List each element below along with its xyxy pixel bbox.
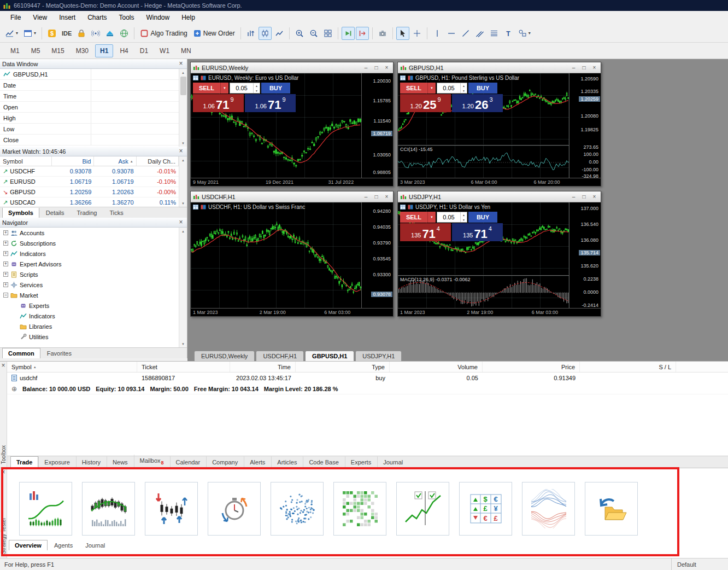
channel-button[interactable] bbox=[473, 27, 486, 40]
new-order-button[interactable]: New Order bbox=[191, 27, 237, 40]
minimize-icon[interactable] bbox=[570, 193, 578, 201]
tree-item-expert-advisors[interactable]: Expert Advisors bbox=[0, 259, 187, 269]
buy-price[interactable]: 135714 bbox=[452, 223, 503, 241]
buy-button[interactable]: BUY bbox=[261, 83, 290, 94]
trendline-button[interactable] bbox=[459, 27, 472, 40]
zoom-in-button[interactable] bbox=[293, 27, 306, 40]
sell-button[interactable]: SELL bbox=[400, 83, 427, 94]
ide-button[interactable]: IDE bbox=[60, 27, 74, 40]
volume-input[interactable] bbox=[230, 83, 253, 93]
column-ticket[interactable]: Ticket bbox=[137, 362, 230, 372]
market-watch-row[interactable]: USDCHF 0.93078 0.93078 -0.01% bbox=[0, 166, 179, 177]
metaeditor-button[interactable] bbox=[75, 27, 88, 40]
tile-robot-test[interactable] bbox=[145, 482, 198, 536]
menu-charts[interactable]: Charts bbox=[81, 11, 113, 24]
tile-load-results[interactable] bbox=[585, 482, 638, 536]
profiles-button[interactable] bbox=[21, 27, 38, 40]
minimize-icon[interactable] bbox=[362, 64, 370, 72]
scroll-up-icon[interactable] bbox=[180, 228, 187, 235]
buy-button[interactable]: BUY bbox=[468, 212, 497, 223]
tab-overview[interactable]: Overview bbox=[9, 540, 48, 550]
text-button[interactable]: T bbox=[502, 27, 515, 40]
timeframe-m1[interactable]: M1 bbox=[5, 44, 25, 57]
buy-price[interactable]: 1.20263 bbox=[452, 94, 503, 112]
sell-price[interactable]: 135714 bbox=[400, 223, 451, 241]
tab-exposure[interactable]: Exposure bbox=[38, 456, 75, 468]
tree-item-market-indicators[interactable]: Indicators bbox=[0, 311, 187, 321]
column-sl[interactable]: S / L bbox=[580, 362, 676, 372]
timeframe-w1[interactable]: W1 bbox=[155, 44, 174, 57]
collapse-icon[interactable] bbox=[3, 293, 8, 298]
tab-trading[interactable]: Trading bbox=[71, 207, 103, 218]
sell-price[interactable]: 1.06719 bbox=[193, 94, 244, 112]
tab-ticks[interactable]: Ticks bbox=[103, 207, 129, 218]
chart-tab-eurusd[interactable]: EURUSD,Weekly bbox=[194, 351, 255, 361]
tile-optimization[interactable] bbox=[208, 482, 261, 536]
tab-details[interactable]: Details bbox=[40, 207, 71, 218]
column-time[interactable]: Time bbox=[230, 362, 296, 372]
scroll-up-icon[interactable] bbox=[180, 156, 187, 164]
tab-news[interactable]: News bbox=[107, 456, 134, 468]
tab-common[interactable]: Common bbox=[2, 348, 40, 358]
column-volume[interactable]: Volume bbox=[390, 362, 483, 372]
close-icon[interactable] bbox=[177, 148, 185, 155]
horizontal-line-button[interactable] bbox=[445, 27, 458, 40]
scrollbar[interactable] bbox=[179, 69, 187, 147]
crosshair-button[interactable] bbox=[410, 27, 424, 40]
data-window-symbol-row[interactable]: GBPUSD,H1 bbox=[0, 69, 179, 80]
tile-forward-test[interactable] bbox=[396, 482, 449, 536]
tree-item-subscriptions[interactable]: Subscriptions bbox=[0, 238, 187, 248]
bar-chart-view-button[interactable] bbox=[244, 27, 257, 40]
vertical-line-button[interactable] bbox=[431, 27, 444, 40]
menu-help[interactable]: Help bbox=[175, 11, 201, 24]
tile-symbol-matrix[interactable]: $€£¥€£ bbox=[459, 482, 512, 536]
line-chart-view-button[interactable] bbox=[273, 27, 286, 40]
tile-windows-button[interactable] bbox=[321, 27, 334, 40]
status-profile[interactable]: Default bbox=[671, 559, 728, 570]
volume-down-icon[interactable] bbox=[254, 88, 260, 93]
tab-history[interactable]: History bbox=[76, 456, 107, 468]
tab-tester-journal[interactable]: Journal bbox=[79, 540, 111, 550]
tile-math-calculations[interactable] bbox=[271, 482, 324, 536]
tile-market-scan[interactable] bbox=[333, 482, 386, 536]
minimize-icon[interactable] bbox=[362, 193, 370, 201]
sell-price[interactable]: 1.20259 bbox=[400, 94, 451, 112]
tile-3d-surface[interactable] bbox=[522, 482, 575, 536]
sell-dropdown-icon[interactable] bbox=[220, 83, 228, 94]
signals-button[interactable] bbox=[89, 27, 102, 40]
menu-insert[interactable]: Insert bbox=[53, 11, 81, 24]
scroll-down-icon[interactable] bbox=[180, 139, 187, 147]
volume-down-icon[interactable] bbox=[461, 88, 467, 93]
tree-item-market-libraries[interactable]: Libraries bbox=[0, 321, 187, 331]
chart-titlebar[interactable]: GBPUSD,H1 bbox=[398, 62, 601, 73]
tile-indicator-test[interactable] bbox=[82, 482, 135, 536]
quotes-button[interactable]: $ bbox=[45, 27, 58, 40]
tree-item-market[interactable]: Market bbox=[0, 290, 187, 300]
sell-dropdown-icon[interactable] bbox=[427, 212, 436, 223]
menu-view[interactable]: View bbox=[27, 11, 53, 24]
auto-scroll-button[interactable] bbox=[342, 27, 355, 40]
tree-item-indicators[interactable]: Indicators bbox=[0, 248, 187, 259]
tree-item-market-utilities[interactable]: Utilities bbox=[0, 331, 187, 342]
menu-window[interactable]: Window bbox=[140, 11, 176, 24]
volume-input[interactable] bbox=[437, 83, 460, 93]
new-chart-button[interactable] bbox=[3, 27, 20, 40]
expand-icon[interactable] bbox=[3, 230, 8, 235]
close-icon[interactable] bbox=[0, 469, 7, 476]
tab-agents[interactable]: Agents bbox=[48, 540, 79, 550]
expand-icon[interactable] bbox=[3, 272, 8, 277]
expand-icon[interactable] bbox=[3, 282, 8, 287]
scrollbar[interactable] bbox=[179, 228, 187, 347]
tab-calendar[interactable]: Calendar bbox=[170, 456, 207, 468]
sell-button[interactable]: SELL bbox=[400, 212, 427, 223]
market-watch-row[interactable]: USDCAD 1.36266 1.36270 0.11% bbox=[0, 197, 179, 208]
tile-visual-overview[interactable] bbox=[19, 482, 72, 536]
menu-file[interactable]: File bbox=[4, 11, 27, 24]
tab-mailbox[interactable]: Mailbox8 bbox=[134, 455, 170, 468]
maximize-icon[interactable] bbox=[372, 64, 380, 72]
close-icon[interactable] bbox=[0, 362, 7, 369]
scroll-thumb[interactable] bbox=[180, 77, 186, 95]
chart-titlebar[interactable]: USDJPY,H1 bbox=[398, 191, 601, 202]
expand-circle-icon[interactable] bbox=[11, 385, 17, 393]
fibonacci-button[interactable] bbox=[488, 27, 501, 40]
